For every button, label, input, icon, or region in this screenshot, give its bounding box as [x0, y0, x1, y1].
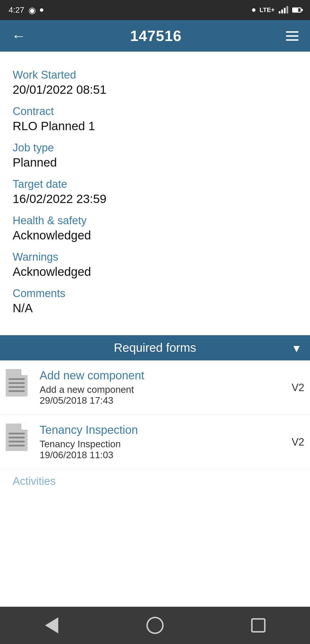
form-item-2[interactable]: Tenancy Inspection Tenancy Inspection 19… [0, 415, 310, 469]
recents-nav-button[interactable] [247, 614, 270, 637]
warnings-label: Warnings [13, 251, 297, 263]
document-icon-2 [6, 424, 32, 454]
warnings-value: Acknowledged [13, 265, 297, 279]
form-title-2: Tenancy Inspection [40, 424, 278, 436]
doc-icon-1 [6, 369, 28, 397]
doc-line [9, 386, 25, 388]
square-icon [251, 618, 266, 633]
doc-icon-2 [6, 424, 28, 451]
signal-bar-3 [284, 8, 286, 13]
signal-bars-icon [279, 7, 288, 13]
back-button[interactable]: ← [11, 28, 26, 44]
form-date-2: 19/06/2018 11:03 [40, 450, 278, 460]
work-started-section: Work Started 20/01/2022 08:51 [13, 69, 297, 97]
navbar: ← 147516 [0, 20, 310, 52]
status-bar: 4:27 ◉ LTE+ [0, 0, 310, 20]
status-dot [40, 8, 43, 12]
doc-line [9, 382, 25, 384]
bottom-spacer [0, 489, 310, 532]
status-bar-right: LTE+ [252, 6, 301, 14]
signal-dot [252, 8, 255, 12]
back-nav-button[interactable] [40, 614, 63, 637]
hamburger-line-3 [286, 39, 299, 41]
job-type-label: Job type [13, 142, 297, 154]
bottom-nav [0, 607, 310, 644]
comments-value: N/A [13, 301, 297, 315]
form-item-1[interactable]: Add new component Add a new component 29… [0, 360, 310, 415]
content-area: Work Started 20/01/2022 08:51 Contract R… [0, 52, 310, 325]
form-info-1: Add new component Add a new component 29… [40, 369, 278, 406]
health-safety-label: Health & safety [13, 214, 297, 227]
home-circle-icon [146, 617, 164, 634]
doc-line [9, 437, 25, 438]
form-title-1: Add new component [40, 369, 278, 382]
form-version-1: V2 [286, 382, 304, 394]
comments-label: Comments [13, 287, 297, 300]
contract-section: Contract RLO Planned 1 [13, 105, 297, 133]
doc-line [9, 445, 25, 446]
page-title: 147516 [130, 27, 182, 44]
job-type-section: Job type Planned [13, 142, 297, 169]
document-icon-1 [6, 369, 32, 400]
signal-bar-2 [281, 9, 283, 13]
battery-fill [293, 8, 298, 12]
health-safety-section: Health & safety Acknowledged [13, 214, 297, 242]
back-arrow-icon [45, 617, 58, 633]
work-started-value: 20/01/2022 08:51 [13, 83, 297, 97]
target-date-label: Target date [13, 178, 297, 190]
doc-line [9, 433, 25, 434]
doc-lines-2 [9, 433, 25, 446]
signal-bar-1 [279, 11, 280, 13]
doc-line [9, 441, 25, 442]
doc-lines-1 [9, 378, 25, 392]
lte-label: LTE+ [259, 6, 275, 14]
status-time: 4:27 [9, 5, 24, 15]
job-type-value: Planned [13, 156, 297, 169]
home-nav-button[interactable] [144, 614, 166, 637]
signal-bar-4 [286, 6, 288, 13]
form-version-2: V2 [286, 436, 304, 448]
menu-button[interactable] [286, 31, 299, 41]
warnings-section: Warnings Acknowledged [13, 251, 297, 279]
battery-icon [292, 7, 301, 13]
target-date-section: Target date 16/02/2022 23:59 [13, 178, 297, 206]
health-safety-value: Acknowledged [13, 229, 297, 242]
required-forms-header[interactable]: Required forms ▾ [0, 335, 310, 360]
form-subtitle-1: Add a new component [40, 384, 278, 395]
contract-value: RLO Planned 1 [13, 119, 297, 133]
form-info-2: Tenancy Inspection Tenancy Inspection 19… [40, 424, 278, 460]
doc-line [9, 390, 25, 392]
work-started-label: Work Started [13, 69, 297, 81]
status-bar-left: 4:27 ◉ [9, 5, 43, 15]
hamburger-line-2 [286, 35, 299, 37]
form-subtitle-2: Tenancy Inspection [40, 439, 278, 450]
hamburger-line-1 [286, 31, 299, 33]
form-date-1: 29/05/2018 17:43 [40, 395, 278, 406]
app-icon: ◉ [28, 5, 36, 15]
contract-label: Contract [13, 105, 297, 118]
activities-label: Activities [0, 469, 310, 489]
required-forms-title: Required forms [114, 341, 196, 355]
doc-line [9, 378, 25, 380]
comments-section: Comments N/A [13, 287, 297, 315]
chevron-down-icon: ▾ [293, 341, 300, 355]
target-date-value: 16/02/2022 23:59 [13, 192, 297, 206]
